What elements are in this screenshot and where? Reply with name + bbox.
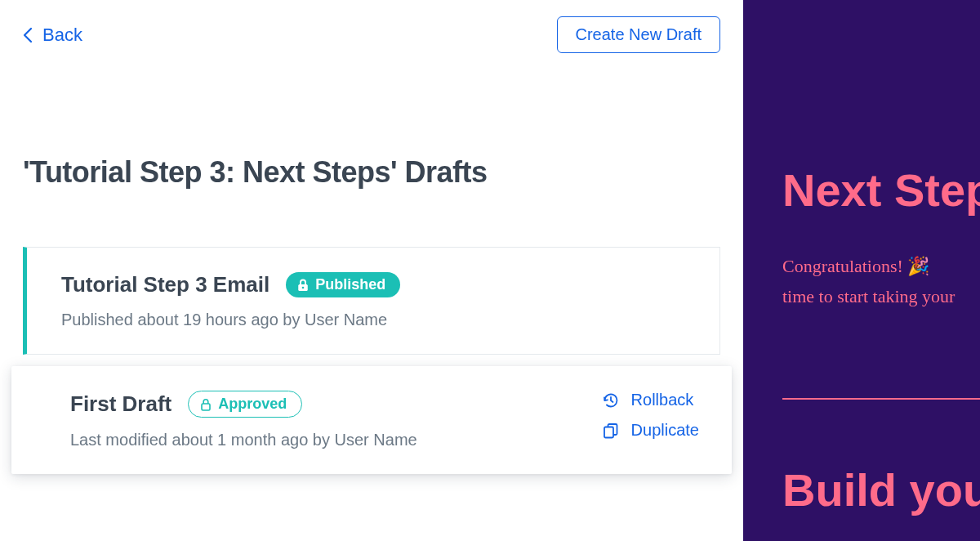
create-new-draft-button[interactable]: Create New Draft bbox=[557, 16, 721, 53]
svg-point-2 bbox=[302, 286, 305, 288]
topbar: Back Create New Draft bbox=[0, 0, 743, 53]
preview-body-line: time to start taking your bbox=[782, 281, 980, 311]
email-preview-panel: Next Steps Congratulations! 🎉 time to st… bbox=[743, 0, 980, 541]
duplicate-icon bbox=[602, 422, 620, 440]
badge-label: Approved bbox=[218, 396, 287, 413]
draft-title: First Draft bbox=[70, 391, 172, 417]
duplicate-action[interactable]: Duplicate bbox=[602, 421, 699, 440]
preview-heading: Build your bbox=[782, 463, 980, 516]
action-label: Rollback bbox=[631, 391, 694, 409]
draft-card[interactable]: First Draft Approved Last modified about… bbox=[11, 366, 732, 474]
drafts-list: Tutorial Step 3 Email Published Publishe… bbox=[0, 247, 743, 474]
drafts-panel: Back Create New Draft 'Tutorial Step 3: … bbox=[0, 0, 743, 541]
history-icon bbox=[602, 391, 620, 409]
draft-subtext: Published about 19 hours ago by User Nam… bbox=[61, 311, 697, 329]
svg-rect-3 bbox=[202, 404, 210, 410]
draft-title: Tutorial Step 3 Email bbox=[61, 272, 270, 297]
draft-actions: Rollback Duplicate bbox=[602, 391, 699, 440]
badge-label: Published bbox=[315, 276, 385, 293]
lock-icon bbox=[200, 398, 212, 411]
status-badge-published: Published bbox=[286, 272, 400, 297]
svg-rect-5 bbox=[604, 427, 613, 437]
chevron-left-icon bbox=[23, 27, 33, 43]
preview-body-line: Congratulations! 🎉 bbox=[782, 251, 980, 281]
preview-divider bbox=[782, 398, 980, 400]
preview-heading: Next Steps bbox=[782, 163, 980, 217]
status-badge-approved: Approved bbox=[188, 391, 302, 418]
back-label: Back bbox=[42, 25, 82, 46]
rollback-action[interactable]: Rollback bbox=[602, 391, 699, 409]
lock-icon bbox=[297, 279, 309, 292]
page-title: 'Tutorial Step 3: Next Steps' Drafts bbox=[0, 155, 743, 190]
action-label: Duplicate bbox=[631, 421, 699, 440]
draft-card[interactable]: Tutorial Step 3 Email Published Publishe… bbox=[23, 247, 720, 355]
back-link[interactable]: Back bbox=[23, 25, 82, 46]
